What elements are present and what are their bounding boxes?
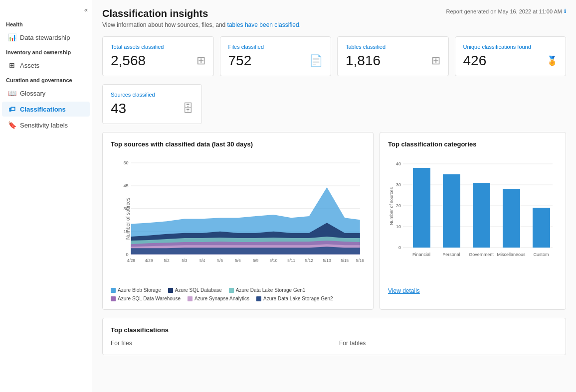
stat-label: Total assets classified: [111, 44, 205, 50]
svg-text:45: 45: [123, 183, 128, 188]
sidebar-item-assets[interactable]: ⊞ Assets: [2, 58, 90, 73]
stat-files: Files classified 752 📄: [220, 36, 332, 76]
bar-custom: [533, 208, 550, 248]
legend-label: Azure Data Lake Storage Gen2: [263, 296, 333, 301]
bottom-cols: For files For tables: [111, 340, 558, 347]
svg-text:5/13: 5/13: [323, 259, 331, 263]
bar-chart-svg: 40 30 20 10 0 Number of sources: [388, 154, 558, 273]
area-chart-container: Number of sources 60 45 30 15 0: [111, 154, 365, 283]
bar-government: [473, 183, 490, 248]
stat-total-assets: Total assets classified 2,568 ⊞: [102, 36, 214, 76]
legend-dw: Azure SQL Data Warehouse: [111, 296, 181, 301]
header-left: Classification insights View information…: [102, 8, 301, 28]
for-tables-col: For tables: [339, 340, 558, 347]
for-tables-label: For tables: [339, 340, 558, 347]
stat-value: 1,816: [346, 53, 381, 69]
sidebar-item-glossary[interactable]: 📖 Glossary: [2, 86, 90, 101]
stat-icon: ⊞: [196, 54, 205, 67]
stat-unique: Unique classifications found 426 🏅: [455, 36, 567, 76]
stat-sources: Sources classified 43 🗄: [102, 84, 202, 124]
sidebar-item-label: Assets: [20, 62, 39, 69]
legend-label: Azure SQL Database: [175, 287, 222, 293]
stats-row: Total assets classified 2,568 ⊞ Files cl…: [102, 36, 566, 76]
main-content: Classification insights View information…: [92, 0, 576, 392]
area-chart-card: Top sources with classified data (last 3…: [102, 132, 374, 310]
stat-value: 752: [228, 53, 252, 69]
svg-text:0: 0: [398, 245, 401, 250]
legend-datalake2: Azure Data Lake Storage Gen2: [256, 296, 333, 301]
legend-dot: [229, 288, 234, 293]
view-details-link[interactable]: View details: [388, 287, 420, 294]
stat-icon: ⊞: [431, 54, 440, 67]
svg-text:5/5: 5/5: [217, 259, 223, 263]
sensitivity-labels-icon: 🔖: [8, 121, 16, 129]
sidebar-item-label: Glossary: [20, 90, 45, 97]
svg-text:5/12: 5/12: [305, 259, 313, 263]
top-classifications-title: Top classifications: [111, 326, 558, 334]
sidebar-item-classifications[interactable]: 🏷 Classifications: [2, 102, 90, 117]
legend-label: Azure Data Lake Storage Gen1: [236, 287, 306, 293]
svg-text:5/6: 5/6: [235, 259, 241, 263]
stat-label: Files classified: [228, 44, 323, 50]
svg-text:Government: Government: [469, 252, 494, 257]
svg-text:5/3: 5/3: [182, 259, 188, 263]
area-chart-title: Top sources with classified data (last 3…: [111, 140, 365, 148]
svg-text:10: 10: [396, 224, 401, 229]
svg-text:4/29: 4/29: [145, 259, 153, 263]
svg-text:Number of sources: Number of sources: [389, 187, 394, 225]
sidebar: « Health 📊 Data stewardship Inventory an…: [0, 0, 92, 392]
for-files-col: For files: [111, 340, 329, 347]
sidebar-item-label: Data stewardship: [20, 34, 70, 41]
sidebar-section-health: Health: [0, 17, 92, 29]
page-title: Classification insights: [102, 8, 301, 19]
top-classifications-card: Top classifications For files For tables: [102, 318, 566, 355]
stat-tables: Tables classified 1,816 ⊞: [337, 36, 449, 76]
legend-dot: [111, 288, 116, 293]
tables-link[interactable]: tables have been classified.: [227, 21, 301, 28]
assets-icon: ⊞: [8, 61, 16, 69]
bar-chart-container: 40 30 20 10 0 Number of sources: [388, 154, 558, 283]
legend-sql: Azure SQL Database: [168, 287, 222, 293]
svg-text:Personal: Personal: [442, 252, 460, 257]
stat-value: 43: [111, 101, 126, 117]
data-stewardship-icon: 📊: [8, 33, 16, 41]
legend-dot: [168, 288, 173, 293]
legend-dot: [111, 296, 116, 301]
glossary-icon: 📖: [8, 89, 16, 97]
svg-text:40: 40: [396, 161, 401, 166]
bar-chart-title: Top classification categories: [388, 140, 558, 148]
page-subtitle: View information about how sources, file…: [102, 21, 301, 28]
stat-label: Unique classifications found: [463, 44, 558, 50]
svg-text:20: 20: [396, 203, 401, 208]
svg-text:5/9: 5/9: [253, 259, 259, 263]
legend-label: Azure SQL Data Warehouse: [118, 296, 181, 301]
svg-text:5/4: 5/4: [199, 259, 205, 263]
svg-text:5/10: 5/10: [269, 259, 277, 263]
stat-icon: 🏅: [547, 55, 558, 66]
stat-icon: 📄: [309, 54, 323, 67]
bar-chart-card: Top classification categories 40 30 20 1…: [380, 132, 566, 310]
bar-miscellaneous: [503, 189, 520, 248]
area-chart-y-label: Number of sources: [125, 198, 131, 240]
legend-dot: [188, 296, 192, 301]
sidebar-item-label: Sensitivity labels: [20, 122, 68, 129]
bar-personal: [443, 174, 460, 248]
legend-datalake1: Azure Data Lake Storage Gen1: [229, 287, 306, 293]
legend-label: Azure Synapse Analytics: [194, 296, 249, 301]
svg-text:5/16: 5/16: [356, 259, 364, 263]
area-chart-legend: Azure Blob Storage Azure SQL Database Az…: [111, 287, 365, 301]
info-icon: ℹ: [564, 8, 566, 14]
bar-financial: [413, 168, 430, 248]
for-files-label: For files: [111, 340, 329, 347]
svg-text:Custom: Custom: [533, 252, 549, 257]
sidebar-item-sensitivity-labels[interactable]: 🔖 Sensitivity labels: [2, 118, 90, 132]
legend-dot: [256, 296, 261, 301]
legend-synapse: Azure Synapse Analytics: [188, 296, 249, 301]
stat-value: 426: [463, 53, 487, 69]
page-header: Classification insights View information…: [102, 8, 566, 36]
svg-text:0: 0: [126, 252, 129, 257]
charts-row: Top sources with classified data (last 3…: [102, 132, 566, 310]
sidebar-collapse-button[interactable]: «: [0, 4, 92, 17]
svg-text:Miscellaneous: Miscellaneous: [497, 252, 526, 257]
sidebar-item-data-stewardship[interactable]: 📊 Data stewardship: [2, 30, 90, 45]
